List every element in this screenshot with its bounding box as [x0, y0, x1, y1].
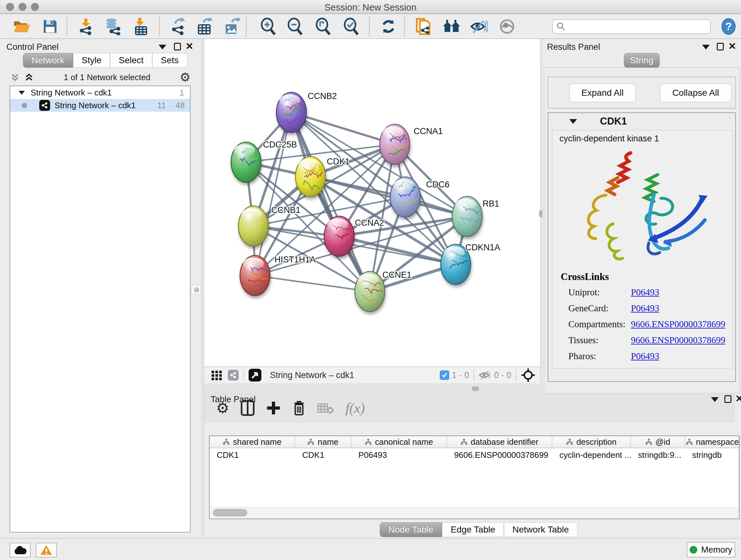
column-header-name[interactable]: name [295, 436, 351, 448]
network-node-CDC6[interactable] [390, 177, 422, 217]
save-session-icon[interactable] [41, 17, 59, 36]
panel-menu-icon[interactable] [702, 45, 710, 50]
delete-column-icon[interactable] [292, 400, 306, 416]
export-network-icon[interactable] [169, 17, 187, 36]
show-all-icon[interactable] [498, 17, 516, 36]
collapse-all-button[interactable]: Collapse All [660, 84, 731, 102]
toolbar-separator [159, 17, 160, 37]
tree-expand-icon[interactable] [18, 91, 24, 95]
table-hscrollbar[interactable] [210, 507, 738, 518]
panel-close-icon[interactable]: ✕ [735, 394, 741, 403]
panel-menu-icon[interactable] [158, 45, 166, 50]
crosslink-link[interactable]: P06493 [631, 303, 659, 314]
crosslink-row: GeneCard:P06493 [561, 303, 727, 314]
crosslink-link[interactable]: P06493 [631, 351, 659, 361]
zoom-out-icon[interactable] [286, 17, 305, 36]
automation-cloud-button[interactable] [10, 543, 30, 557]
column-header-namespace[interactable]: namespace [685, 436, 740, 448]
tab-string[interactable]: String [624, 53, 660, 68]
network-collection-row[interactable]: String Network – cdk1 1 [10, 86, 190, 99]
expand-all-tree-icon[interactable] [23, 72, 35, 83]
panel-close-icon[interactable]: ✕ [728, 42, 736, 51]
network-node-CCNA2[interactable] [324, 216, 354, 256]
open-session-icon[interactable] [13, 17, 31, 36]
network-canvas[interactable]: CCNB2CCNA1CDC25BCDK1CDC6RB1CCNB1CCNA2CDK… [204, 39, 540, 367]
table-toolbar: ⚙ f(x) [204, 394, 735, 422]
export-image-icon[interactable] [223, 17, 241, 36]
birdseye-view-icon[interactable] [248, 368, 262, 382]
table-cell[interactable]: CDK1 [295, 448, 351, 462]
column-header-@id[interactable]: @id [631, 436, 685, 448]
tab-node-table[interactable]: Node Table [380, 522, 442, 537]
column-header-description[interactable]: description [552, 436, 631, 448]
tab-network[interactable]: Network [23, 53, 73, 68]
refresh-icon[interactable] [379, 17, 398, 36]
network-node-CCNB2[interactable] [276, 92, 309, 132]
export-table-icon[interactable] [195, 17, 214, 36]
import-network-database-icon[interactable] [104, 17, 122, 36]
table-row[interactable]: CDK1CDK1P064939606.ENSP00000378699cyclin… [210, 448, 739, 462]
tab-network-table[interactable]: Network Table [504, 522, 578, 537]
hscrollbar-thumb[interactable] [213, 509, 247, 516]
table-cell[interactable]: stringdb:9... [631, 448, 685, 462]
splitter-handle[interactable] [472, 386, 479, 391]
crosslink-link[interactable]: 9606.ENSP00000378699 [631, 319, 725, 329]
zoom-selected-icon[interactable] [342, 17, 360, 36]
grid-view-icon[interactable] [211, 369, 223, 381]
splitter-handle[interactable] [192, 285, 201, 294]
expand-all-button[interactable]: Expand All [569, 84, 636, 102]
zoom-in-icon[interactable] [259, 17, 278, 36]
column-header-database-identifier[interactable]: database identifier [447, 436, 552, 448]
network-row[interactable]: String Network – cdk1 11 48 [10, 99, 190, 112]
add-column-icon[interactable] [266, 401, 281, 415]
table-cell[interactable]: CDK1 [210, 448, 295, 462]
clone-network-icon[interactable] [414, 17, 433, 36]
collapse-entry-icon[interactable] [569, 119, 577, 124]
column-header-shared-name[interactable]: shared name [210, 436, 295, 448]
center-network-icon[interactable] [521, 368, 536, 382]
table-cell[interactable]: 9606.ENSP00000378699 [447, 448, 552, 462]
network-view-icon[interactable] [228, 370, 239, 381]
result-entry-body: cyclin-dependent kinase 1 [552, 130, 733, 368]
vertical-splitter[interactable] [201, 39, 204, 537]
table-cell[interactable]: P06493 [351, 448, 447, 462]
import-network-icon[interactable] [77, 17, 95, 36]
toolbar-separator [246, 17, 247, 37]
table-cell[interactable]: cyclin-dependent ... [552, 448, 631, 462]
tab-sets[interactable]: Sets [152, 53, 187, 68]
panel-close-icon[interactable]: ✕ [185, 42, 193, 51]
selected-items-checkbox[interactable] [440, 370, 449, 380]
crosslink-link[interactable]: 9606.ENSP00000378699 [631, 335, 725, 346]
string-network-graph[interactable]: CCNB2CCNA1CDC25BCDK1CDC6RB1CCNB1CCNA2CDK… [204, 39, 540, 367]
warnings-button[interactable] [36, 543, 57, 557]
zoom-fit-icon[interactable] [314, 17, 333, 36]
network-node-CCNB1[interactable] [239, 206, 268, 246]
crosslink-link[interactable]: P06493 [631, 287, 659, 298]
table-cell[interactable]: stringdb [685, 448, 740, 462]
import-table-icon[interactable] [131, 17, 150, 36]
column-type-icon [307, 438, 314, 445]
network-node-CDK1[interactable] [295, 157, 326, 197]
network-options-gear-icon[interactable]: ⚙ [180, 71, 191, 83]
panel-float-icon[interactable] [724, 395, 731, 403]
memory-status-dot [690, 546, 697, 554]
tab-style[interactable]: Style [73, 53, 110, 68]
tab-select[interactable]: Select [110, 53, 152, 68]
network-node-CCNE1[interactable] [355, 271, 387, 312]
panel-float-icon[interactable] [174, 43, 181, 51]
first-neighbors-icon[interactable] [442, 17, 461, 36]
network-edge[interactable] [291, 112, 395, 144]
column-header-canonical-name[interactable]: canonical name [351, 436, 447, 448]
hide-selected-icon[interactable] [470, 17, 488, 36]
network-node-RB1[interactable] [452, 196, 483, 237]
memory-button[interactable]: Memory [687, 542, 735, 557]
panel-menu-icon[interactable] [711, 397, 719, 402]
search-input[interactable] [569, 22, 703, 32]
network-edge[interactable] [255, 275, 370, 292]
result-entry-header[interactable]: CDK1 [548, 113, 735, 130]
collapse-all-tree-icon[interactable] [10, 72, 20, 83]
panel-float-icon[interactable] [717, 43, 724, 51]
tab-edge-table[interactable]: Edge Table [442, 522, 504, 537]
network-edge[interactable] [291, 112, 370, 292]
help-button[interactable]: ? [721, 17, 737, 36]
